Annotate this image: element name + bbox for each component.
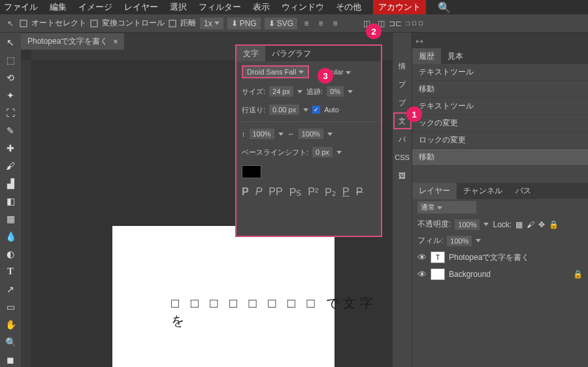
wand-tool[interactable]: ✦: [2, 88, 19, 103]
tab-layers[interactable]: レイヤー: [412, 183, 457, 199]
baseline-input[interactable]: 0 px: [312, 147, 333, 157]
layer-row[interactable]: 👁 Background 🔒: [412, 266, 588, 283]
layer-name[interactable]: Photopeaで文字を書く: [449, 252, 529, 263]
menu-filter[interactable]: フィルター: [199, 1, 241, 13]
gradient-tool[interactable]: ▦: [2, 212, 19, 227]
visibility-icon[interactable]: 👁: [417, 269, 427, 279]
fill-input[interactable]: 100%: [447, 236, 472, 246]
zoom-tool[interactable]: 🔍: [2, 334, 19, 349]
panel-handle-icon[interactable]: ▸◂: [412, 37, 427, 44]
smallcaps-button[interactable]: Pꜱ: [289, 186, 302, 199]
history-item[interactable]: テキストツール: [412, 98, 588, 115]
subscript-button[interactable]: P₂: [325, 186, 336, 199]
lasso-tool[interactable]: ⟲: [2, 71, 19, 86]
strike-button[interactable]: P: [356, 186, 363, 199]
rtab-paragraph[interactable]: パ: [393, 131, 412, 148]
align-icon-2[interactable]: ≡: [316, 18, 326, 29]
right-tab-strip: 情 プ ブ 文 パ CSS 🖼: [392, 33, 412, 367]
font-family-dropdown[interactable]: Droid Sans Fall: [242, 65, 309, 78]
zoom-dropdown[interactable]: 1x: [200, 18, 223, 29]
search-icon[interactable]: 🔍: [438, 1, 451, 14]
font-weight-dropdown[interactable]: ular: [331, 68, 350, 76]
type-tool[interactable]: T: [2, 264, 19, 279]
rtab-properties[interactable]: プ: [393, 76, 412, 93]
document-tab[interactable]: Photopeaで文字を書く ×: [21, 33, 124, 50]
menu-image[interactable]: イメージ: [78, 1, 112, 13]
history-item[interactable]: 移動: [412, 149, 588, 166]
history-list: テキストツール 移動 テキストツール ックの変更 ロックの変更 移動: [412, 64, 588, 166]
history-item[interactable]: ロックの変更: [412, 132, 588, 149]
tab-character[interactable]: 文字: [237, 46, 265, 61]
layer-thumb: [431, 268, 445, 280]
shape-tool[interactable]: ▭: [2, 299, 19, 314]
history-panel-head: ▸◂: [412, 33, 588, 48]
underline-button[interactable]: P: [342, 186, 350, 199]
lock-move-icon[interactable]: ✥: [538, 220, 545, 229]
history-item[interactable]: テキストツール: [412, 64, 588, 81]
history-item[interactable]: ックの変更: [412, 115, 588, 132]
autoselect-checkbox[interactable]: [20, 20, 27, 27]
path-tool[interactable]: ↗: [2, 281, 19, 296]
rtab-image[interactable]: 🖼: [393, 167, 412, 184]
tab-channels[interactable]: チャンネル: [457, 183, 509, 199]
canvas-text-layer[interactable]: □ □ □ □ □ □ □ □ で文字を: [171, 295, 392, 330]
vscale-input[interactable]: 100%: [250, 129, 274, 139]
tracking-input[interactable]: 0%: [327, 86, 344, 97]
stamp-tool[interactable]: ▟: [2, 176, 19, 191]
bold-button[interactable]: P: [242, 186, 249, 199]
italic-button[interactable]: P: [255, 186, 263, 199]
distribute-icon-3[interactable]: ⊐⊏: [390, 18, 400, 29]
tab-paragraph-panel[interactable]: パラグラフ: [265, 46, 318, 61]
lock-icon[interactable]: 🔒: [573, 270, 583, 279]
character-panel-tabs: 文字 パラグラフ: [237, 46, 381, 61]
superscript-button[interactable]: P²: [308, 186, 318, 199]
hand-tool[interactable]: ✋: [2, 317, 19, 332]
allcaps-button[interactable]: PP: [269, 186, 282, 199]
leading-input[interactable]: 0.00 px: [269, 104, 299, 115]
align-icon[interactable]: ≡: [301, 18, 312, 29]
heal-tool[interactable]: ✚: [2, 141, 19, 156]
menu-account[interactable]: アカウント: [373, 0, 426, 14]
font-size-input[interactable]: 24 px: [269, 86, 293, 97]
dodge-tool[interactable]: ◐: [2, 246, 19, 261]
menu-layer[interactable]: レイヤー: [124, 1, 158, 13]
crop-tool[interactable]: ⛶: [2, 106, 19, 121]
doctab-close[interactable]: ×: [113, 37, 118, 46]
layer-row[interactable]: 👁 T Photopeaで文字を書く: [412, 249, 588, 266]
transform-checkbox[interactable]: [90, 20, 98, 27]
menu-select[interactable]: 選択: [170, 1, 187, 13]
export-svg-button[interactable]: ⬇SVG: [265, 18, 297, 29]
eraser-tool[interactable]: ◧: [2, 194, 19, 209]
auto-leading-checkbox[interactable]: ✓: [312, 106, 320, 114]
visibility-icon[interactable]: 👁: [417, 252, 427, 263]
align-icon-3[interactable]: ≡: [330, 18, 340, 29]
distance-checkbox[interactable]: [169, 20, 176, 27]
eyedropper-tool[interactable]: ✎: [2, 123, 19, 138]
opacity-input[interactable]: 100%: [455, 219, 480, 230]
marquee-tool[interactable]: ⬚: [2, 53, 19, 68]
text-color-swatch[interactable]: [242, 165, 261, 178]
menu-file[interactable]: ファイル: [4, 1, 38, 13]
brush-tool[interactable]: 🖌: [2, 159, 19, 174]
tab-paths[interactable]: パス: [509, 183, 538, 199]
layer-name[interactable]: Background: [449, 270, 491, 279]
tab-swatches[interactable]: 見本: [441, 48, 470, 65]
rtab-css[interactable]: CSS: [393, 149, 412, 166]
export-png-button[interactable]: ⬇PNG: [227, 18, 261, 29]
blend-mode-dropdown[interactable]: 通常: [417, 201, 476, 214]
history-item[interactable]: 移動: [412, 81, 588, 98]
menu-window[interactable]: ウィンドウ: [282, 1, 324, 13]
color-swatch[interactable]: ◼: [2, 352, 19, 367]
tab-history[interactable]: 履歴: [412, 48, 441, 65]
menu-edit[interactable]: 編集: [50, 1, 67, 13]
menu-other[interactable]: その他: [336, 1, 361, 13]
fill-row: フィル: 100%: [412, 232, 588, 249]
move-tool[interactable]: ↖: [2, 35, 19, 50]
lock-transparent-icon[interactable]: ▩: [515, 220, 523, 229]
menu-view[interactable]: 表示: [253, 1, 270, 13]
rtab-info[interactable]: 情: [393, 57, 412, 74]
blur-tool[interactable]: 💧: [2, 229, 19, 244]
lock-brush-icon[interactable]: 🖌: [527, 220, 534, 229]
lock-all-icon[interactable]: 🔒: [549, 220, 559, 229]
hscale-input[interactable]: 100%: [299, 129, 323, 139]
